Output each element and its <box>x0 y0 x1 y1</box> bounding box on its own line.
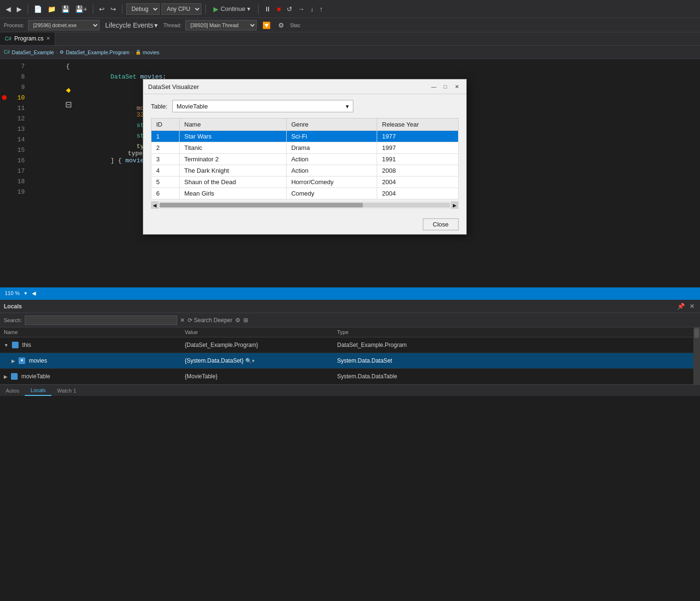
stop-button[interactable]: ■ <box>275 4 282 14</box>
process-dropdown[interactable]: [29596] dotnet.exe <box>28 20 100 30</box>
data-table-row-5[interactable]: 5 Shaun of the Dead Horror/Comedy 2004 <box>151 177 459 188</box>
locals-cell-value-1: {System.Data.DataSet} 🔍▾ <box>181 353 333 369</box>
close-dialog-button[interactable]: Close <box>423 218 459 230</box>
step-into-button[interactable]: ↓ <box>309 4 316 14</box>
search-deeper-button[interactable]: ⟳ Search Deeper <box>188 317 232 324</box>
magnify-button-1[interactable]: 🔍▾ <box>245 358 255 364</box>
data-table-row-4[interactable]: 4 The Dark Knight Action 2008 <box>151 165 459 177</box>
separator-3 <box>122 4 122 14</box>
line-number-11: 11 <box>9 105 32 112</box>
cell-genre: Action <box>286 154 377 165</box>
locals-pin-button[interactable]: 📌 <box>676 303 686 310</box>
bottom-tab-watch-1[interactable]: Watch 1 <box>51 385 82 396</box>
line-number-12: 12 <box>9 115 32 122</box>
cell-id: 4 <box>151 165 180 177</box>
data-table-row-6[interactable]: 6 Mean Girls Comedy 2004 <box>151 188 459 199</box>
pause-button[interactable]: ⏸ <box>262 4 273 14</box>
thread-dropdown[interactable]: [38920] Main Thread <box>185 20 257 30</box>
continue-button[interactable]: ▶ Continue ▾ <box>210 4 254 14</box>
expand-arrow-1[interactable]: ▶ <box>11 358 15 364</box>
cell-name: The Dark Knight <box>180 165 287 177</box>
breadcrumb-item-3[interactable]: 🔒 movies <box>135 49 160 55</box>
line-number-17: 17 <box>9 167 32 175</box>
save-button[interactable]: 💾 <box>60 4 71 14</box>
bottom-tab-bar: AutosLocalsWatch 1 <box>0 384 700 396</box>
breadcrumb-item-2[interactable]: ⚙ DataSet_Example.Program <box>60 49 130 55</box>
filter-settings-button[interactable]: ⚙ <box>276 20 286 30</box>
cell-id: 5 <box>151 177 180 188</box>
scrollbar-left-arrow[interactable]: ◀ <box>151 201 159 209</box>
col-year: Release Year <box>377 118 459 131</box>
table-header-row: ID Name Genre Release Year <box>151 118 459 131</box>
col-name: Name <box>180 118 287 131</box>
locals-close-button[interactable]: ✕ <box>688 303 696 310</box>
filter-button[interactable]: 🔽 <box>260 20 272 30</box>
data-table-row-1[interactable]: 1 Star Wars Sci-Fi 1977 <box>151 131 459 142</box>
dialog-close-button[interactable]: ✕ <box>452 82 461 91</box>
dialog-minimize-button[interactable]: — <box>429 82 439 91</box>
locals-col-type: Type <box>333 327 693 337</box>
save-all-button[interactable]: 💾+ <box>73 4 89 14</box>
step-out-button[interactable]: ↑ <box>318 4 325 14</box>
expand-arrow-0[interactable]: ▼ <box>4 343 9 348</box>
dialog-maximize-button[interactable]: □ <box>440 82 450 91</box>
restart-button[interactable]: ↺ <box>285 4 294 14</box>
cpu-config-dropdown[interactable]: Any CPU <box>161 3 201 15</box>
table-dropdown-value: MovieTable <box>177 103 208 110</box>
dialog-body: Table: MovieTable ▾ ID Name Genre Releas… <box>143 94 466 215</box>
lifecycle-events-button[interactable]: Lifecycle Events ▾ <box>103 20 160 30</box>
breakpoint-area-10 <box>0 95 9 100</box>
table-dropdown[interactable]: MovieTable ▾ <box>172 100 353 112</box>
search-columns-button[interactable]: ⊞ <box>243 317 248 324</box>
new-file-button[interactable]: 📄 <box>32 4 44 14</box>
search-deeper-label: Search Deeper <box>194 317 232 324</box>
cell-id: 3 <box>151 154 180 165</box>
redo-button[interactable]: ↪ <box>109 4 118 14</box>
scrollbar-right-arrow[interactable]: ▶ <box>451 201 459 209</box>
scroll-left-arrow[interactable]: ◀ <box>32 290 36 296</box>
tab-bar: C# Program.cs ✕ <box>0 32 700 46</box>
cell-name: Shaun of the Dead <box>180 177 287 188</box>
data-table-row-2[interactable]: 2 Titanic Drama 1997 <box>151 142 459 154</box>
open-button[interactable]: 📁 <box>46 4 58 14</box>
locals-row-2[interactable]: ▶ movies {System.Data.DataSet} 🔍▾ System… <box>0 353 693 369</box>
play-icon: ▶ <box>213 5 219 13</box>
locals-row-3[interactable]: ▶ movieTable {MovieTable} System.Data.Da… <box>0 369 693 384</box>
tab-close-button[interactable]: ✕ <box>46 36 50 41</box>
locals-value-2: {MovieTable} <box>185 373 218 380</box>
data-table-row-3[interactable]: 3 Terminator 2 Action 1991 <box>151 154 459 165</box>
line-number-16: 16 <box>9 157 32 164</box>
separator-2 <box>93 4 93 14</box>
line-number-15: 15 <box>9 147 32 154</box>
search-clear-button[interactable]: ✕ <box>180 317 185 324</box>
zoom-dropdown-arrow: ▾ <box>24 290 27 296</box>
code-editor[interactable]: 7 { 8 DataSet movies; 9 10 <box>0 59 700 287</box>
breadcrumb-item-1[interactable]: C# DataSet_Example <box>4 49 54 55</box>
data-table: ID Name Genre Release Year 1 Star Wars S… <box>151 118 459 199</box>
scrollbar-track[interactable] <box>160 203 450 207</box>
back-button[interactable]: ◀ <box>4 4 13 14</box>
cell-year: 1977 <box>377 131 459 142</box>
line-number-18: 18 <box>9 178 32 185</box>
dataset-visualizer-dialog: DataSet Visualizer — □ ✕ Table: MovieTab… <box>143 79 467 235</box>
cell-name: Terminator 2 <box>180 154 287 165</box>
tab-program-cs[interactable]: C# Program.cs ✕ <box>0 32 55 45</box>
locals-row-1[interactable]: ▼ this {DataSet_Example.Program} DataSet… <box>0 337 693 353</box>
debug-config-dropdown[interactable]: Debug <box>126 3 160 15</box>
step-over-button[interactable]: → <box>296 4 307 14</box>
undo-button[interactable]: ↩ <box>97 4 107 14</box>
bottom-tab-autos[interactable]: Autos <box>0 385 25 396</box>
stac-label: Stac <box>290 22 300 28</box>
tab-icon: C# <box>5 36 11 41</box>
locals-cell-value-2: {MovieTable} <box>181 369 333 384</box>
forward-button[interactable]: ▶ <box>15 4 24 14</box>
search-input[interactable] <box>25 315 177 325</box>
bottom-tab-locals[interactable]: Locals <box>25 385 51 396</box>
expand-arrow-2[interactable]: ▶ <box>4 374 8 379</box>
locals-scrollbar[interactable] <box>693 327 700 384</box>
cell-genre: Drama <box>286 142 377 154</box>
zoom-level: 110 % <box>5 290 20 296</box>
breadcrumb-sep-1: › <box>56 49 58 55</box>
search-settings-button[interactable]: ⚙ <box>235 317 240 324</box>
locals-type-1: System.Data.DataSet <box>337 357 392 364</box>
